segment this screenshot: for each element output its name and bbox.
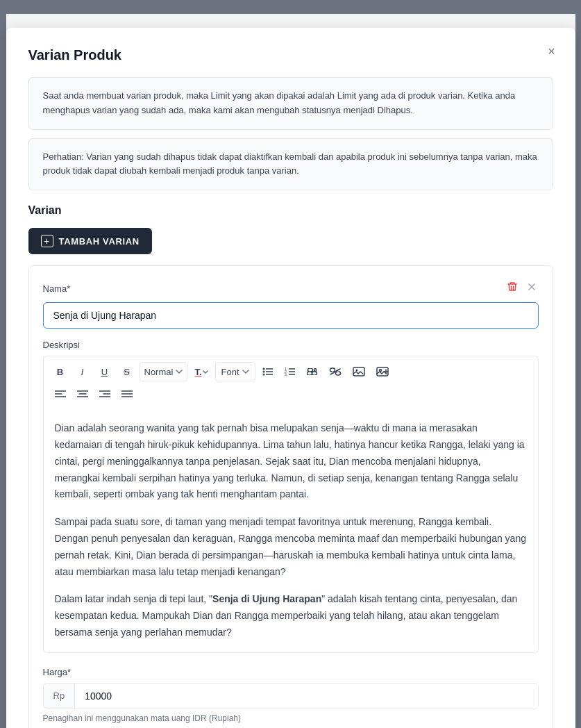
- ordered-list-icon: 1. 2. 3.: [285, 367, 296, 377]
- para3-bold: Senja di Ujung Harapan: [212, 593, 321, 604]
- heading-value: Normal: [144, 367, 174, 377]
- align-center-icon: [77, 390, 88, 398]
- svg-point-2: [262, 371, 264, 373]
- font-select[interactable]: Font: [215, 362, 255, 381]
- modal-container: Varian Produk × Saat anda membuat varian…: [6, 28, 575, 728]
- desc-label: Deskripsi: [43, 340, 539, 350]
- field-actions: [505, 280, 539, 297]
- svg-point-4: [262, 374, 264, 376]
- price-prefix: Rp: [44, 684, 76, 709]
- align-left-button[interactable]: [51, 384, 70, 404]
- editor-content[interactable]: Dian adalah seorang wanita yang tak pern…: [43, 409, 539, 653]
- editor-paragraph-3: Dalam latar indah senja di tepi laut, "S…: [55, 591, 527, 640]
- close-button[interactable]: ×: [542, 42, 562, 61]
- italic-button[interactable]: I: [73, 362, 92, 381]
- svg-point-16: [379, 370, 381, 372]
- align-right-icon: [99, 390, 110, 398]
- price-input-wrapper: Rp: [43, 683, 539, 709]
- info-text-2: Perhatian: Varian yang sudah dihapus tid…: [43, 150, 539, 179]
- modal-overlay: Varian Produk × Saat anda membuat varian…: [6, 14, 575, 728]
- align-justify-button[interactable]: [117, 384, 137, 404]
- currency-note: Penagihan ini menggunakan mata uang IDR …: [43, 713, 539, 723]
- price-input[interactable]: [75, 684, 537, 709]
- svg-text:3.: 3.: [285, 372, 287, 377]
- svg-rect-13: [353, 367, 364, 376]
- plus-icon: +: [41, 235, 53, 247]
- align-justify-icon: [121, 390, 133, 398]
- ordered-list-button[interactable]: 1. 2. 3.: [280, 362, 300, 381]
- image-button[interactable]: [348, 362, 369, 381]
- svg-point-0: [262, 368, 264, 370]
- close-variant-button[interactable]: [525, 280, 539, 297]
- editor-paragraph-1: Dian adalah seorang wanita yang tak pern…: [55, 420, 527, 503]
- info-text-1: Saat anda membuat varian produk, maka Li…: [43, 89, 539, 118]
- font-color-chevron-icon: [203, 370, 208, 374]
- align-center-button[interactable]: [73, 384, 92, 404]
- info-box-2: Perhatian: Varian yang sudah dihapus tid…: [28, 138, 553, 191]
- para3-start: Dalam latar indah senja di tepi laut, ": [55, 593, 213, 604]
- image2-button[interactable]: [372, 362, 393, 381]
- unlink-button[interactable]: [325, 362, 346, 381]
- name-field-header: Nama*: [43, 280, 539, 297]
- chevron-down-icon: [176, 370, 183, 374]
- bullet-list-button[interactable]: [258, 362, 278, 381]
- editor-toolbar: B I U S Normal T. Font: [43, 356, 539, 409]
- align-right-button[interactable]: [95, 384, 115, 404]
- svg-point-14: [355, 370, 357, 372]
- trash-icon: [507, 281, 518, 292]
- image2-icon: [376, 367, 389, 377]
- font-color-label: T.: [194, 367, 201, 377]
- modal-title: Varian Produk: [28, 47, 553, 63]
- unlink-icon: [329, 367, 342, 376]
- variant-card: Nama* Deskripsi: [28, 265, 553, 728]
- font-label: Font: [221, 367, 239, 377]
- strikethrough-button[interactable]: S: [117, 362, 137, 381]
- toolbar-row-2: [51, 384, 531, 404]
- underline-button[interactable]: U: [95, 362, 115, 381]
- harga-section: Harga* Rp Penagihan ini menggunakan mata…: [43, 667, 539, 723]
- delete-icon-button[interactable]: [505, 280, 519, 297]
- toolbar-row-1: B I U S Normal T. Font: [51, 362, 531, 381]
- align-left-icon: [55, 390, 66, 398]
- bullet-list-icon: [262, 367, 273, 377]
- add-variant-button[interactable]: + TAMBAH VARIAN: [28, 228, 152, 254]
- name-input[interactable]: [43, 302, 539, 329]
- font-chevron-icon: [242, 370, 249, 374]
- link-button[interactable]: [303, 362, 322, 381]
- link-icon: [307, 368, 318, 375]
- image-icon: [353, 367, 365, 377]
- add-variant-label: TAMBAH VARIAN: [59, 236, 140, 247]
- harga-label: Harga*: [43, 667, 539, 677]
- editor-paragraph-2: Sampai pada suatu sore, di taman yang me…: [55, 514, 527, 580]
- name-label: Nama*: [43, 283, 71, 294]
- font-color-button[interactable]: T.: [190, 362, 212, 381]
- info-box-1: Saat anda membuat varian produk, maka Li…: [28, 77, 553, 130]
- varian-section-title: Varian: [28, 204, 553, 217]
- heading-select[interactable]: Normal: [140, 362, 188, 381]
- close-variant-icon: [526, 281, 537, 292]
- bold-button[interactable]: B: [51, 362, 70, 381]
